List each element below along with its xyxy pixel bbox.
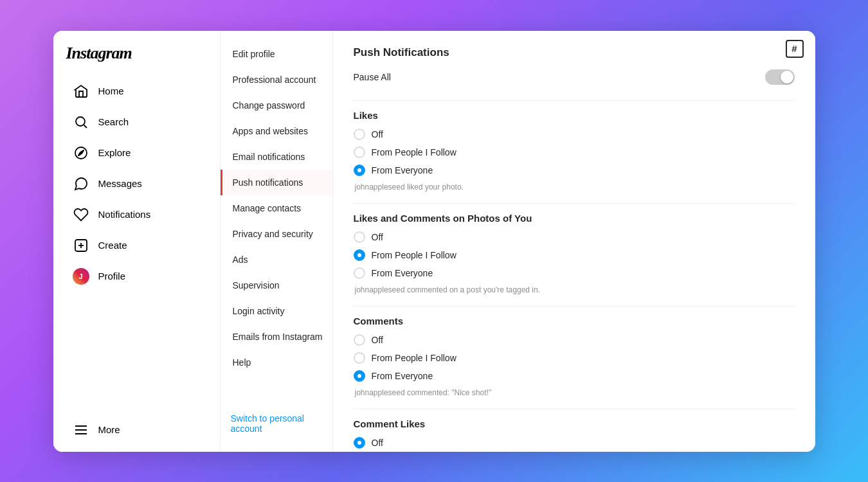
pause-all-label: Pause All: [354, 72, 391, 82]
sidebar-item-search[interactable]: Search: [60, 107, 213, 137]
likes-comments-section-title: Likes and Comments on Photos of You: [354, 213, 795, 224]
likes-comments-radio-follow: [354, 249, 365, 261]
section-divider-4: [354, 409, 795, 409]
section-divider-3: [354, 306, 795, 307]
comments-radio-group: Off From People I Follow From Everyone: [354, 334, 795, 382]
svg-point-0: [76, 117, 85, 126]
likes-option-follow[interactable]: From People I Follow: [354, 147, 795, 158]
pause-all-toggle[interactable]: [765, 69, 795, 85]
likes-comments-preview: johnappleseed commented on a post you're…: [354, 285, 795, 294]
settings-emails-from-instagram[interactable]: Emails from Instagram: [221, 324, 332, 350]
switch-to-personal-account[interactable]: Switch to personal account: [221, 406, 332, 442]
settings-professional-account[interactable]: Professional account: [221, 67, 332, 93]
comments-radio-follow: [354, 352, 365, 364]
explore-icon: [73, 145, 89, 161]
app-window: Instagram Home Search: [53, 31, 815, 452]
search-icon: [73, 114, 89, 130]
likes-comments-option-everyone[interactable]: From Everyone: [354, 267, 795, 279]
settings-privacy-security[interactable]: Privacy and security: [221, 221, 332, 247]
section-divider-1: [354, 100, 795, 101]
hashtag-icon: #: [786, 40, 804, 58]
messages-icon: [73, 175, 89, 192]
likes-section-title: Likes: [354, 110, 795, 121]
create-icon: [73, 237, 89, 254]
profile-avatar: J: [73, 268, 89, 285]
sidebar-item-profile[interactable]: J Profile: [60, 262, 213, 291]
more-icon: [73, 422, 89, 438]
likes-comments-radio-group: Off From People I Follow From Everyone: [354, 231, 795, 279]
page-title: Push Notifications: [354, 46, 795, 59]
sidebar-item-explore[interactable]: Explore: [60, 138, 213, 168]
settings-edit-profile[interactable]: Edit profile: [221, 41, 332, 67]
sidebar-item-notifications[interactable]: Notifications: [60, 200, 213, 229]
hashtag-icon-box: #: [786, 40, 804, 58]
settings-apps-websites[interactable]: Apps and websites: [221, 118, 332, 144]
settings-manage-contacts[interactable]: Manage contacts: [221, 195, 332, 221]
sidebar-item-create-label: Create: [98, 240, 127, 251]
likes-comments-option-follow[interactable]: From People I Follow: [354, 249, 795, 261]
settings-push-notifications[interactable]: Push notifications: [221, 170, 332, 195]
comments-option-everyone[interactable]: From Everyone: [354, 370, 795, 382]
settings-help[interactable]: Help: [221, 350, 332, 375]
sidebar-item-notifications-label: Notifications: [98, 209, 151, 220]
comments-radio-everyone: [354, 370, 365, 382]
comment-likes-radio-off: [354, 437, 365, 449]
sidebar: Instagram Home Search: [53, 31, 221, 452]
likes-radio-follow: [354, 147, 365, 158]
comment-likes-option-off[interactable]: Off: [354, 437, 795, 449]
likes-comments-radio-everyone: [354, 267, 365, 279]
svg-marker-3: [78, 150, 84, 156]
likes-radio-off: [354, 129, 365, 140]
likes-radio-group: Off From People I Follow From Everyone: [354, 129, 795, 176]
main-content: # Push Notifications Pause All Likes Off…: [333, 31, 815, 452]
likes-comments-radio-off: [354, 231, 365, 243]
sidebar-item-search-label: Search: [98, 116, 129, 127]
likes-radio-everyone: [354, 165, 365, 176]
section-divider-2: [354, 203, 795, 204]
sidebar-item-profile-label: Profile: [98, 271, 126, 281]
sidebar-item-messages[interactable]: Messages: [60, 169, 213, 199]
notifications-icon: [73, 206, 89, 223]
settings-ads[interactable]: Ads: [221, 247, 332, 272]
likes-option-off[interactable]: Off: [354, 129, 795, 140]
comments-preview: johnappleseed commented: "Nice shot!": [354, 388, 795, 397]
sidebar-item-more[interactable]: More: [60, 415, 213, 445]
settings-supervision[interactable]: Supervision: [221, 272, 332, 298]
likes-option-everyone[interactable]: From Everyone: [354, 165, 795, 176]
comment-likes-section-title: Comment Likes: [354, 418, 795, 429]
sidebar-item-home[interactable]: Home: [60, 76, 213, 106]
settings-email-notifications[interactable]: Email notifications: [221, 144, 332, 170]
comments-section-title: Comments: [354, 316, 795, 326]
settings-change-password[interactable]: Change password: [221, 93, 332, 118]
comments-radio-off: [354, 334, 365, 346]
sidebar-item-explore-label: Explore: [98, 147, 131, 158]
comments-option-off[interactable]: Off: [354, 334, 795, 346]
sidebar-item-more-label: More: [98, 424, 120, 435]
likes-comments-option-off[interactable]: Off: [354, 231, 795, 243]
comment-likes-radio-group: Off: [354, 437, 795, 449]
logo: Instagram: [53, 44, 220, 76]
settings-menu: Edit profile Professional account Change…: [221, 31, 333, 452]
home-icon: [73, 83, 89, 100]
comments-option-follow[interactable]: From People I Follow: [354, 352, 795, 364]
svg-line-1: [84, 125, 87, 128]
likes-preview: johnappleseed liked your photo.: [354, 183, 795, 192]
sidebar-item-home-label: Home: [98, 85, 124, 96]
sidebar-item-create[interactable]: Create: [60, 231, 213, 260]
sidebar-item-messages-label: Messages: [98, 178, 142, 189]
settings-login-activity[interactable]: Login activity: [221, 298, 332, 324]
pause-all-row: Pause All: [354, 69, 795, 85]
